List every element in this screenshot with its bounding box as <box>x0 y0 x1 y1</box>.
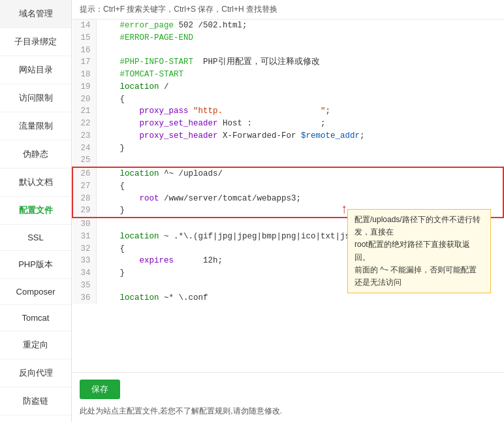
line-number: 19 <box>72 81 96 93</box>
line-number: 36 <box>72 292 96 304</box>
line-code: root /www/server/tomcat/webapps3; <box>96 193 503 205</box>
line-code: { <box>96 93 503 106</box>
table-row: 16 <box>72 44 503 57</box>
table-row: 36 location ~* \.conf <box>72 292 503 304</box>
tooltip-line3: 前面的 ^~ 不能漏掉，否则可能配置还是无法访问 <box>354 265 477 287</box>
table-row-highlighted: 28 root /www/server/tomcat/webapps3; <box>72 193 503 205</box>
line-code <box>96 154 503 167</box>
line-code <box>96 44 503 57</box>
line-number: 20 <box>72 93 96 106</box>
table-row: 18 #TOMCAT-START <box>72 69 503 81</box>
sidebar-item-rewrite[interactable]: 伪静态 <box>0 140 71 169</box>
line-code: proxy_set_header Host : ; <box>96 118 503 130</box>
sidebar-item-composer[interactable]: Composer <box>0 279 71 305</box>
sidebar: 域名管理 子目录绑定 网站目录 访问限制 流量限制 伪静态 默认文档 配置文件 … <box>0 0 72 422</box>
line-number: 16 <box>72 44 96 57</box>
line-code: #TOMCAT-START <box>96 69 503 81</box>
table-row: 15 #ERROR-PAGE-END <box>72 32 503 44</box>
sidebar-item-webdir[interactable]: 网站目录 <box>0 56 71 84</box>
sidebar-item-default-doc[interactable]: 默认文档 <box>0 169 71 197</box>
line-code: location ^~ /uploads/ <box>96 167 503 180</box>
table-row: 21 proxy_pass "http. "; <box>72 105 503 118</box>
tooltip-line2: root配置的绝对路径下直接获取返回。 <box>354 240 470 261</box>
sidebar-item-traffic[interactable]: 流量限制 <box>0 112 71 140</box>
table-row: 20 { <box>72 93 503 106</box>
table-row: 14 #error_page 502 /502.html; <box>72 20 503 32</box>
footer-note: 此处为站点主配置文件,若您不了解配置规则,请勿随意修改. <box>80 406 496 417</box>
line-number: 23 <box>72 130 96 142</box>
line-number: 28 <box>72 193 96 205</box>
line-number: 27 <box>72 180 96 193</box>
line-number: 33 <box>72 255 96 267</box>
line-code: proxy_pass "http. "; <box>96 105 503 118</box>
line-number: 25 <box>72 154 96 167</box>
tooltip-arrow-icon: ↑ <box>341 201 347 216</box>
line-code: location / <box>96 81 503 93</box>
save-button[interactable]: 保存 <box>80 380 120 399</box>
sidebar-item-php[interactable]: PHP版本 <box>0 251 71 279</box>
table-row-highlighted-start: 26 location ^~ /uploads/ <box>72 167 503 180</box>
line-number: 30 <box>72 218 96 231</box>
line-number: 35 <box>72 280 96 292</box>
sidebar-item-ssl[interactable]: SSL <box>0 225 71 251</box>
editor-area[interactable]: 14 #error_page 502 /502.html; 15 #ERROR-… <box>72 20 504 372</box>
table-row: 22 proxy_set_header Host : ; <box>72 118 503 130</box>
main-panel: 提示：Ctrl+F 搜索关键字，Ctrl+S 保存，Ctrl+H 查找替换 14… <box>72 0 504 422</box>
line-code: #PHP-INFO-START PHP引用配置，可以注释或修改 <box>96 56 503 69</box>
line-number: 24 <box>72 142 96 155</box>
sidebar-item-hotlink[interactable]: 防盗链 <box>0 387 71 415</box>
sidebar-item-reverseproxy[interactable]: 反向代理 <box>0 359 71 387</box>
sidebar-item-redirect[interactable]: 重定向 <box>0 331 71 359</box>
sidebar-item-tomcat[interactable]: Tomcat <box>0 305 71 331</box>
line-number: 32 <box>72 243 96 255</box>
table-row: 23 proxy_set_header X-Forwarded-For $rem… <box>72 130 503 142</box>
sidebar-item-domain[interactable]: 域名管理 <box>0 0 71 28</box>
table-row: 25 <box>72 154 503 167</box>
line-code: } <box>96 142 503 155</box>
tooltip-line1: 配置/uploads/路径下的文件不进行转发，直接在 <box>354 215 480 236</box>
table-row: 19 location / <box>72 81 503 93</box>
footer-area: 保存 此处为站点主配置文件,若您不了解配置规则,请勿随意修改. <box>72 372 504 422</box>
hint-bar: 提示：Ctrl+F 搜索关键字，Ctrl+S 保存，Ctrl+H 查找替换 <box>72 0 504 20</box>
table-row: 17 #PHP-INFO-START PHP引用配置，可以注释或修改 <box>72 56 503 69</box>
line-code: #ERROR-PAGE-END <box>96 32 503 44</box>
table-row-highlighted: 27 { <box>72 180 503 193</box>
line-number: 34 <box>72 267 96 280</box>
line-number: 14 <box>72 20 96 32</box>
sidebar-item-config[interactable]: 配置文件 <box>0 197 71 225</box>
tooltip-box: 配置/uploads/路径下的文件不进行转发，直接在 root配置的绝对路径下直… <box>347 209 491 293</box>
sidebar-item-subdir[interactable]: 子目录绑定 <box>0 28 71 56</box>
line-number: 21 <box>72 105 96 118</box>
line-number: 22 <box>72 118 96 130</box>
table-row: 24 } <box>72 142 503 155</box>
line-number: 26 <box>72 167 96 180</box>
line-code: location ~* \.conf <box>96 292 503 304</box>
line-number: 31 <box>72 231 96 243</box>
hint-text: 提示：Ctrl+F 搜索关键字，Ctrl+S 保存，Ctrl+H 查找替换 <box>80 5 277 14</box>
line-number: 29 <box>72 204 96 218</box>
line-code: { <box>96 180 503 193</box>
line-number: 17 <box>72 56 96 69</box>
line-code: proxy_set_header X-Forwarded-For $remote… <box>96 130 503 142</box>
sidebar-item-access[interactable]: 访问限制 <box>0 84 71 112</box>
sidebar-item-sitelog[interactable]: 网站日志 <box>0 415 71 422</box>
line-number: 18 <box>72 69 96 81</box>
line-code: #error_page 502 /502.html; <box>96 20 503 32</box>
line-number: 15 <box>72 32 96 44</box>
